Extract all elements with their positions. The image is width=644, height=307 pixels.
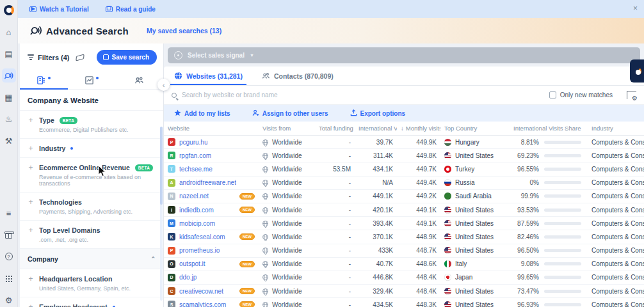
column-header-international-visits-share[interactable]: International Visits Share [510, 122, 588, 136]
export-options-button[interactable]: Export options [350, 109, 406, 118]
website-link[interactable]: scamalytics.com [179, 301, 226, 307]
site-favicon: M [168, 219, 175, 227]
table-row[interactable]: M mobicip.com Worldwide - 393.4K 449.1K … [164, 217, 644, 230]
filter-item-industry[interactable]: + Industry [20, 139, 163, 158]
close-icon[interactable]: × [633, 4, 638, 13]
filter-item-type[interactable]: + Type BETA Ecommerce, Digital Publisher… [20, 111, 163, 139]
plus-icon: + [28, 164, 34, 171]
filter-item-headquarters-location[interactable]: + Headquarters Location United States, G… [20, 269, 163, 297]
checkbox-icon[interactable] [549, 91, 556, 98]
advanced-search-icon[interactable] [2, 68, 16, 83]
globe-icon [174, 72, 182, 80]
column-header-total-funding[interactable]: Total funding [315, 122, 355, 136]
table-row[interactable]: O outspot.it NEW Worldwide - 40.7K 448.6… [164, 257, 644, 271]
assign-to-other-users-button[interactable]: Assign to other users [252, 109, 328, 118]
website-link[interactable]: prometheus.io [179, 247, 220, 254]
tab-websites[interactable]: Websites (31,281) [174, 67, 243, 85]
column-header-website[interactable]: Website [164, 122, 259, 136]
results-tabs: Websites (31,281) Contacts (870,809) [164, 67, 644, 86]
new-badge: NEW [239, 261, 255, 267]
company-research-icon[interactable]: ▦ [2, 90, 16, 104]
gift-icon[interactable] [2, 228, 16, 242]
book-icon: ❐ [106, 6, 113, 12]
filter-item-technologies[interactable]: + Technologies Payments, Shipping, Adver… [20, 193, 163, 221]
websites-table: WebsiteVisits fromTotal fundingInternati… [164, 122, 644, 307]
column-header-international-visits[interactable]: International Visits [355, 122, 397, 136]
share-bar [544, 181, 581, 184]
globe-icon [262, 248, 268, 253]
website-link[interactable]: outspot.it [179, 260, 205, 267]
table-row[interactable]: D ddo.jp Worldwide - 446.8K 448.4K Japan… [164, 271, 644, 284]
filter-item-top-level-domains[interactable]: + Top Level Domains .com, .net, .org etc… [20, 221, 163, 249]
settings-icon[interactable]: ⚙ [2, 293, 16, 307]
filter-item-ecommerce-online-revenue[interactable]: + Ecommerce Online Revenue BETA Revenue … [20, 158, 163, 193]
flag-us-icon [444, 207, 451, 214]
website-link[interactable]: nazeel.net [179, 193, 209, 200]
table-row[interactable]: N nazeel.net NEW Worldwide - 449.1K 449.… [164, 189, 644, 203]
website-link[interactable]: creativecow.net [179, 288, 223, 295]
table-settings-icon[interactable] [627, 91, 636, 99]
only-new-matches-toggle[interactable]: Only new matches [549, 91, 613, 98]
table-row[interactable]: A androidfreeware.net Worldwide - N/A 44… [164, 176, 644, 189]
home-icon[interactable]: ⌂ [2, 25, 16, 39]
section-company-website: Company & Website [20, 90, 163, 111]
add-to-my-lists-button[interactable]: Add to my lists [174, 109, 230, 118]
filter-tab-company[interactable] [20, 70, 68, 90]
help-icon[interactable]: ? [2, 249, 16, 264]
table-row[interactable]: I indiedb.com NEW Worldwide - 420.1K 449… [164, 203, 644, 216]
search-input[interactable] [182, 91, 544, 98]
save-search-button[interactable]: Save search [97, 50, 157, 65]
feed-icon[interactable]: ▤ [2, 47, 16, 61]
website-link[interactable]: kidsafeseal.com [179, 233, 225, 240]
similarweb-logo-icon [633, 67, 641, 75]
read-guide-link[interactable]: ❐Read a guide [106, 6, 156, 13]
site-favicon: S [168, 301, 175, 307]
apps-icon[interactable] [2, 271, 16, 285]
sales-signals-icon[interactable]: ♨ [2, 112, 16, 126]
left-nav-rail: ⌂▤▦♨⚒≡?⚙ [0, 0, 18, 307]
clear-filters-icon[interactable] [76, 54, 84, 61]
plus-icon: + [28, 116, 34, 124]
tab-contacts[interactable]: Contacts (870,809) [262, 67, 334, 85]
column-header-industry[interactable]: Industry [588, 122, 644, 136]
sales-signal-dropdown[interactable]: Select sales signal ▼ [168, 47, 640, 63]
similarweb-logo-icon[interactable] [2, 3, 16, 17]
chevron-up-icon: ⌃ [150, 256, 156, 262]
table-row[interactable]: S scamalytics.com NEW Worldwide - 434.5K… [164, 298, 644, 307]
table-row[interactable]: R rpgfan.com Worldwide - 311.4K 449.8K U… [164, 149, 644, 162]
table-row[interactable]: C creativecow.net NEW Worldwide - 329.4K… [164, 285, 644, 298]
table-row[interactable]: P pcguru.hu Worldwide - 39.7K 449.9K Hun… [164, 136, 644, 149]
share-bar [544, 154, 581, 157]
sort-desc-icon: ↓ [401, 125, 404, 132]
website-link[interactable]: mobicip.com [179, 220, 215, 227]
website-link[interactable]: androidfreeware.net [179, 179, 236, 186]
table-row[interactable]: K kidsafeseal.com NEW Worldwide - 370.1K… [164, 230, 644, 244]
plus-icon: + [28, 303, 34, 307]
website-link[interactable]: pcguru.hu [179, 139, 207, 146]
website-link[interactable]: techsee.me [179, 166, 213, 173]
table-row[interactable]: T techsee.me Worldwide 53.5M 434.1K 449.… [164, 162, 644, 176]
filter-tab-contacts[interactable] [115, 70, 163, 90]
website-link[interactable]: indiedb.com [179, 207, 214, 214]
globe-icon [262, 139, 268, 145]
website-link[interactable]: rpgfan.com [179, 152, 211, 159]
tools-icon[interactable]: ⚒ [2, 134, 16, 148]
filter-item-employee-headcount[interactable]: + Employee Headcount [20, 297, 163, 307]
share-bar [544, 235, 581, 239]
site-favicon: I [168, 206, 175, 214]
collapse-panel-button[interactable]: ‹ [157, 79, 170, 91]
column-header-visits-from[interactable]: Visits from [259, 122, 315, 136]
watch-tutorial-link[interactable]: ▶Watch a Tutorial [29, 6, 89, 13]
column-header-top-country[interactable]: Top Country [440, 122, 510, 136]
flag-sa-icon [444, 193, 451, 200]
page-header: Advanced Search My saved searches (13) [18, 18, 644, 43]
saved-searches-link[interactable]: My saved searches (13) [147, 27, 221, 35]
similarweb-extension-tab[interactable] [630, 59, 644, 83]
menu-icon[interactable]: ≡ [2, 206, 16, 220]
website-link[interactable]: ddo.jp [179, 274, 197, 281]
filters-scrollbar[interactable] [160, 127, 163, 301]
column-header-monthly-visits[interactable]: ↓Monthly visits [397, 122, 440, 136]
filter-tab-performance[interactable] [68, 70, 116, 90]
section-company[interactable]: Company⌃ [20, 249, 163, 269]
table-row[interactable]: P prometheus.io Worldwide - 433K 448.7K … [164, 244, 644, 257]
